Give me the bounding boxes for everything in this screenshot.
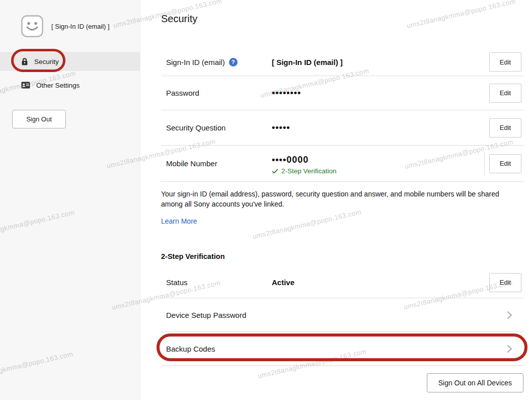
- row-mobile-number: Mobile Number ••••0000 2-Step Verificati…: [161, 146, 523, 182]
- account-security-page: [ Sign-In ID (email) ] Security: [0, 0, 532, 400]
- help-icon[interactable]: ?: [229, 58, 238, 66]
- row-password: Password •••••••• Edit: [161, 76, 523, 110]
- divider: [484, 152, 485, 175]
- edit-sign-in-id-button[interactable]: Edit: [489, 52, 521, 72]
- id-card-icon: [21, 82, 30, 89]
- sidebar-item-other-settings[interactable]: Other Settings: [0, 76, 140, 94]
- sign-out-button[interactable]: Sign Out: [12, 110, 66, 128]
- sign-in-id-value: [ Sign-In ID (email) ]: [272, 58, 489, 66]
- chevron-right-icon: [507, 345, 512, 353]
- row-security-question: Security Question ••••• Edit: [161, 110, 523, 146]
- edit-two-step-status-button[interactable]: Edit: [489, 273, 521, 292]
- edit-mobile-number-button[interactable]: Edit: [489, 154, 521, 173]
- account-id-label: [ Sign-In ID (email) ]: [51, 23, 110, 30]
- avatar-icon: [21, 15, 43, 37]
- two-step-section-heading: 2-Step Verification: [161, 252, 523, 260]
- watermark-text: ums2t8anagkmma@popo.163.com: [406, 0, 516, 30]
- two-step-status-badge: 2-Step Verification: [272, 167, 484, 175]
- page-title: Security: [161, 13, 197, 25]
- row-label: Device Setup Password: [166, 311, 246, 319]
- password-masked-value: ••••••••: [272, 88, 489, 98]
- row-sign-in-id: Sign-In ID (email) ? [ Sign-In ID (email…: [161, 48, 523, 76]
- edit-password-button[interactable]: Edit: [489, 84, 521, 103]
- lock-icon: [21, 57, 28, 65]
- sidebar-item-security[interactable]: Security: [0, 52, 140, 71]
- sign-out-all-devices-button[interactable]: Sign Out on All Devices: [427, 373, 523, 392]
- sidebar-item-label: Other Settings: [36, 82, 80, 89]
- row-label: Security Question: [166, 123, 225, 132]
- two-step-status-label: 2-Step Verification: [281, 167, 337, 175]
- bottom-actions: Sign Out on All Devices: [161, 373, 523, 392]
- row-label: Password: [166, 89, 199, 97]
- two-step-status-value: Active: [272, 278, 489, 287]
- row-device-setup-password[interactable]: Device Setup Password: [161, 298, 523, 332]
- row-label: Mobile Number: [166, 159, 217, 168]
- security-settings-panel: Sign-In ID (email) ? [ Sign-In ID (email…: [161, 48, 523, 392]
- shared-accounts-note: Your sign-in ID (email address), passwor…: [161, 189, 512, 209]
- chevron-right-icon: [507, 311, 512, 319]
- learn-more-link[interactable]: Learn More: [161, 217, 197, 225]
- sidebar: [ Sign-In ID (email) ] Security: [0, 0, 140, 400]
- security-question-masked-value: •••••: [272, 122, 489, 133]
- row-label: Backup Codes: [166, 345, 215, 353]
- edit-security-question-button[interactable]: Edit: [489, 118, 521, 138]
- sidebar-nav: Security Other Settings: [0, 52, 140, 94]
- row-two-step-status: Status Active Edit: [161, 267, 523, 298]
- row-label: Status: [166, 278, 188, 287]
- sidebar-item-label: Security: [34, 58, 59, 65]
- check-icon: [272, 168, 278, 174]
- mobile-number-masked-value: ••••0000: [272, 155, 484, 165]
- row-label: Sign-In ID (email): [166, 58, 225, 66]
- row-backup-codes[interactable]: Backup Codes: [161, 332, 523, 366]
- account-summary: [ Sign-In ID (email) ]: [21, 15, 110, 37]
